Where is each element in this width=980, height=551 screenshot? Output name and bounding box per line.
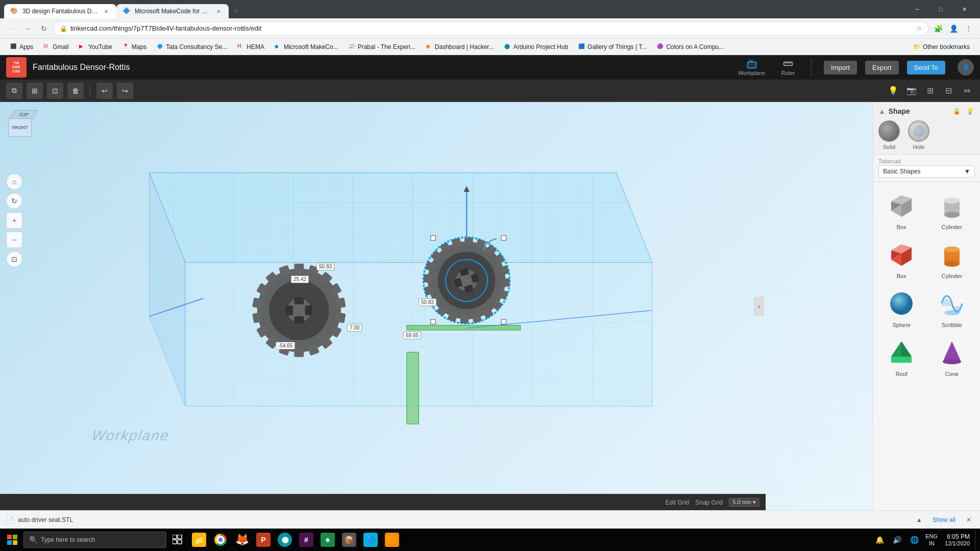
task-view-button[interactable]: [167, 530, 188, 550]
svg-rect-44: [464, 237, 473, 246]
shape-scribble[interactable]: Scribble: [929, 285, 975, 330]
duplicate-button[interactable]: ⊞: [27, 83, 43, 99]
shape-cylinder-gray[interactable]: Cylinder: [929, 187, 975, 232]
taskbar-slack[interactable]: #: [296, 530, 316, 550]
maximize-button[interactable]: □: [929, 0, 952, 18]
profile-button[interactable]: 👤: [946, 21, 961, 36]
views-button[interactable]: ⊞: [923, 84, 937, 98]
close-button[interactable]: ✕: [952, 0, 976, 18]
taskbar-arduino[interactable]: ⬤: [275, 530, 295, 550]
shape-sphere[interactable]: Sphere: [878, 285, 925, 330]
network-icon[interactable]: 🌐: [906, 532, 922, 548]
other-bookmarks[interactable]: 📁 Other bookmarks: [909, 42, 974, 52]
taskbar-app10[interactable]: 🟧: [382, 530, 402, 550]
shape-roof[interactable]: Roof: [878, 334, 925, 379]
orbit-button[interactable]: ↻: [6, 193, 22, 209]
show-all-button[interactable]: Show all: [928, 514, 960, 525]
minimize-button[interactable]: ─: [905, 0, 929, 18]
bookmark-maps[interactable]: 📍 Maps: [118, 42, 151, 52]
bookmark-prabal[interactable]: 📰 Prabal - The Experi...: [345, 42, 420, 52]
light-shape-icon[interactable]: 💡: [965, 106, 975, 116]
bookmark-arduino[interactable]: ⬤ Arduino Project Hub: [500, 42, 572, 52]
taskbar-solitaire[interactable]: ♠: [317, 530, 338, 550]
copy-button[interactable]: ⧉: [6, 83, 22, 99]
send-to-button[interactable]: Send To: [907, 61, 945, 74]
system-clock[interactable]: 6:05 PM 12/1/2020: [941, 533, 974, 546]
snap-grid-value[interactable]: 5.0 mm ▾: [729, 498, 760, 507]
category-dropdown[interactable]: Basic Shapes ▼: [878, 165, 975, 178]
zoom-in-button[interactable]: +: [6, 212, 22, 229]
svg-rect-59: [423, 274, 432, 283]
taskbar-file-explorer[interactable]: 📁: [189, 530, 209, 550]
tab-inactive[interactable]: 🔷 Microsoft MakeCode for micro:... ✕: [116, 4, 229, 18]
bookmark-dashboard[interactable]: ◉ Dashboard | Hacker...: [422, 42, 498, 52]
download-close-button[interactable]: ✕: [964, 515, 974, 525]
refresh-button[interactable]: ↻: [37, 21, 51, 36]
shape-cone[interactable]: Cone: [929, 334, 975, 379]
bookmark-gmail[interactable]: M Gmail: [39, 42, 72, 52]
light-button[interactable]: 💡: [886, 84, 900, 98]
taskbar-chrome[interactable]: [210, 530, 231, 550]
redo-button[interactable]: ↪: [117, 83, 133, 99]
bookmark-hema[interactable]: H HEMA: [233, 42, 268, 52]
notification-icon[interactable]: 🔔: [871, 532, 888, 548]
taskbar-app9[interactable]: 🔷: [360, 530, 381, 550]
hole-shape-option[interactable]: Hole: [908, 120, 929, 150]
show-desktop-button[interactable]: [975, 530, 978, 550]
view-cube-front[interactable]: FRONT: [8, 118, 32, 137]
panel-collapse-button[interactable]: ›: [754, 297, 764, 315]
undo-button[interactable]: ↩: [96, 83, 113, 99]
bookmark-colors[interactable]: 🟣 Colors on A Compu...: [653, 42, 728, 52]
camera-button[interactable]: 📷: [904, 84, 919, 98]
language-indicator[interactable]: ENG IN: [923, 533, 940, 547]
volume-icon[interactable]: 🔊: [889, 532, 905, 548]
user-avatar[interactable]: 👤: [958, 59, 974, 76]
back-button[interactable]: ←: [4, 21, 18, 36]
ruler-button[interactable]: Ruler: [777, 57, 799, 78]
bookmark-tata[interactable]: 🔷 Tata Consultancy Se...: [153, 42, 231, 52]
taskbar-search-bar[interactable]: 🔍 Type here to search: [23, 532, 166, 548]
tinkercad-logo[interactable]: TINKERCAD: [6, 57, 27, 78]
canvas-area[interactable]: Workplane TOP FRONT ⌂ ↻ + − ⊡ 50.83 25.4…: [0, 102, 873, 510]
taskbar-app8[interactable]: 📦: [339, 530, 359, 550]
mirror-button[interactable]: ⇔: [960, 84, 974, 98]
home-view-button[interactable]: ⌂: [6, 173, 22, 190]
taskbar-firefox[interactable]: 🦊: [232, 530, 252, 550]
shape-cylinder-orange[interactable]: Cylinder: [929, 236, 975, 281]
zoom-out-button[interactable]: −: [6, 232, 22, 248]
download-expand-button[interactable]: ▲: [914, 515, 924, 525]
group-button[interactable]: ⊡: [47, 83, 63, 99]
tab-active[interactable]: 🎨 3D design Fantabulous Densor-R... ✕: [4, 4, 116, 18]
edit-grid-button[interactable]: Edit Grid: [666, 499, 690, 506]
fit-view-button[interactable]: ⊡: [6, 251, 22, 267]
import-button[interactable]: Import: [824, 61, 857, 74]
start-button[interactable]: [2, 530, 22, 550]
view-cube[interactable]: TOP FRONT: [8, 110, 39, 146]
bookmark-apps[interactable]: ⬛ Apps: [6, 42, 37, 52]
svg-rect-36: [305, 306, 312, 315]
shape-expand-icon[interactable]: ▲: [878, 107, 886, 115]
bookmark-star-icon[interactable]: ☆: [916, 24, 922, 32]
tab-close-inactive[interactable]: ✕: [214, 7, 223, 15]
shape-box-red[interactable]: Box: [878, 236, 925, 281]
new-tab-button[interactable]: +: [229, 4, 243, 18]
taskbar-powerpoint[interactable]: P: [253, 530, 274, 550]
settings-button[interactable]: ⋮: [962, 21, 976, 36]
delete-button[interactable]: 🗑: [67, 83, 84, 99]
extensions-button[interactable]: 🧩: [931, 21, 945, 36]
forward-button[interactable]: →: [20, 21, 35, 36]
address-bar[interactable]: 🔒 tinkercad.com/things/7p7T7BIde4V-fanta…: [53, 21, 929, 36]
shape-box-gray[interactable]: Box: [878, 187, 925, 232]
solid-shape-option[interactable]: Solid: [878, 120, 900, 150]
align-button[interactable]: ⊟: [941, 84, 955, 98]
bookmark-youtube[interactable]: ▶ YouTube: [75, 42, 116, 52]
bookmark-makecode[interactable]: ◆ Microsoft MakeCo...: [271, 42, 342, 52]
app8-icon: 📦: [342, 533, 356, 547]
lock-shape-icon[interactable]: 🔒: [951, 106, 962, 116]
tab-close-active[interactable]: ✕: [102, 7, 110, 15]
bookmark-gallery[interactable]: 🟦 Gallery of Things | T...: [574, 42, 651, 52]
export-button[interactable]: Export: [865, 61, 899, 74]
svg-rect-69: [501, 236, 506, 240]
svg-rect-68: [431, 236, 435, 240]
workplane-button[interactable]: Workplane: [734, 57, 769, 78]
